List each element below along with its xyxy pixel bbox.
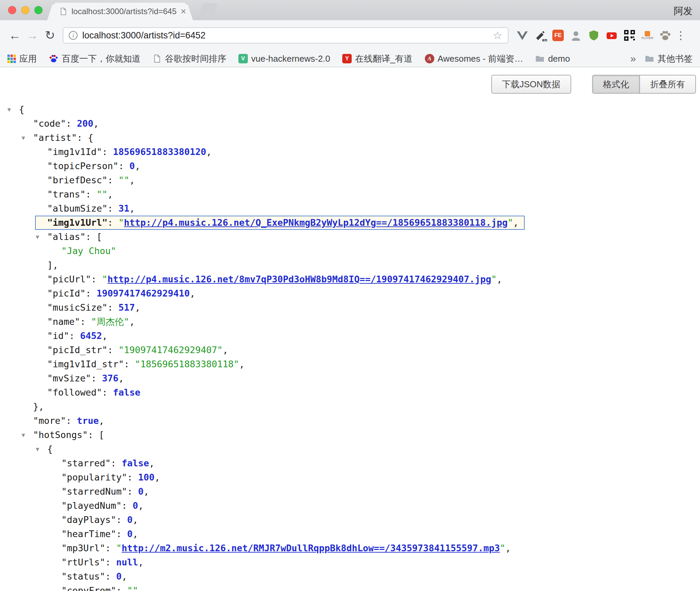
json-number: 0	[127, 515, 133, 525]
vue-devtools-icon[interactable]	[516, 29, 529, 42]
translate-extension-icon[interactable]: en	[534, 29, 547, 42]
json-string-value: ""	[96, 189, 108, 199]
json-number: 100	[138, 472, 155, 483]
back-button[interactable]: ←	[6, 28, 24, 42]
json-number: 200	[77, 118, 93, 129]
browser-tab[interactable]: localhost:3000/artists?id=645 ×	[47, 3, 193, 20]
format-button[interactable]: 格式化	[592, 75, 640, 94]
bookmark-youdao-translate[interactable]: Y 在线翻译_有道	[342, 53, 412, 65]
json-line: "Jay Chou"	[0, 244, 700, 258]
json-line: "followed": false	[0, 385, 700, 400]
bookmark-label: 在线翻译_有道	[355, 53, 412, 65]
bookmark-awesomes[interactable]: A Awesomes - 前端资…	[425, 53, 523, 65]
json-punct: ,	[108, 189, 113, 199]
json-key: "status"	[61, 571, 105, 582]
url-input[interactable]: localhost:3000/artists?id=6452	[82, 30, 493, 41]
bookmarks-overflow-chevron[interactable]: »	[630, 53, 636, 64]
json-key: "picUrl"	[47, 274, 91, 284]
bookmark-star-icon[interactable]: ☆	[493, 29, 502, 42]
json-url-link[interactable]: http://p4.music.126.net/8mv7qP30Pd3oHW8b…	[108, 274, 491, 284]
json-punct: ,	[513, 217, 519, 228]
json-line: "briefDesc": "",	[0, 173, 700, 187]
youdao-icon: Y	[342, 54, 352, 63]
baidu-paw-icon	[49, 54, 58, 63]
player-extension-icon[interactable]: PLAYER	[641, 29, 654, 42]
bookmark-label: Awesomes - 前端资…	[438, 53, 523, 65]
collapse-arrow-icon[interactable]: ▼	[36, 230, 39, 244]
bookmark-label: vue-hackernews-2.0	[251, 54, 330, 64]
json-punct: ,	[135, 302, 140, 313]
page-info-icon[interactable]: i	[69, 31, 78, 40]
zoom-window-button[interactable]	[34, 6, 42, 14]
collapse-arrow-icon[interactable]: ▼	[7, 102, 11, 117]
json-key: "img1v1Url"	[47, 217, 108, 228]
json-key: "picId"	[47, 288, 86, 299]
translate-en-label: en	[542, 37, 547, 42]
address-toolbar: ← → ↻ i localhost:3000/artists?id=6452 ☆…	[0, 20, 700, 51]
json-number: 18569651883380120	[113, 147, 206, 157]
close-window-button[interactable]	[8, 6, 16, 14]
tab-title: localhost:3000/artists?id=645	[71, 7, 177, 16]
forward-button[interactable]: →	[24, 28, 41, 42]
json-line: "img1v1Id_str": "18569651883380118",	[0, 357, 700, 371]
json-boolean: false	[113, 387, 140, 398]
json-punct: :	[102, 387, 113, 398]
json-line: "dayPlays": 0,	[0, 513, 700, 527]
qr-code-extension-icon[interactable]	[623, 29, 636, 42]
bookmark-apps[interactable]: 应用	[7, 53, 37, 65]
json-punct: ,	[122, 571, 127, 582]
json-line: "rtUrls": null,	[0, 555, 700, 569]
json-number: 517	[118, 302, 135, 313]
bookmark-baidu[interactable]: 百度一下，你就知道	[49, 53, 141, 65]
bookmark-google-sort[interactable]: 谷歌按时间排序	[153, 53, 226, 65]
tab-close-icon[interactable]: ×	[181, 6, 186, 17]
shield-extension-icon[interactable]	[587, 29, 600, 42]
json-punct: :	[108, 175, 119, 185]
json-punct: :	[118, 161, 129, 171]
reload-button[interactable]: ↻	[41, 28, 59, 42]
paw-extension-icon[interactable]	[659, 29, 672, 42]
browser-window: localhost:3000/artists?id=645 × 阿发 ← → ↻…	[0, 0, 700, 591]
profile-name: 阿发	[674, 5, 693, 18]
json-url-link[interactable]: http://p4.music.126.net/Q_ExePNkmgB2yWyL…	[124, 217, 508, 228]
bookmark-vue-hackernews[interactable]: V vue-hackernews-2.0	[238, 54, 330, 64]
json-line: ▼{	[0, 102, 700, 117]
json-punct: ,	[129, 316, 135, 327]
collapse-arrow-icon[interactable]: ▼	[22, 131, 25, 145]
json-key: "briefDesc"	[47, 175, 108, 185]
json-punct: ,	[144, 486, 149, 497]
json-punct: ,	[190, 288, 195, 299]
json-punct: :	[91, 274, 102, 284]
json-line: "name": "周杰伦",	[0, 315, 700, 329]
url-bar[interactable]: i localhost:3000/artists?id=6452 ☆	[63, 27, 508, 43]
tab-strip: localhost:3000/artists?id=645 × 阿发	[0, 0, 700, 20]
json-key: "hotSongs"	[33, 430, 88, 440]
json-line: "id": 6452,	[0, 329, 700, 343]
other-bookmarks-folder[interactable]: 其他书签	[645, 53, 693, 65]
json-line: "starredNum": 0,	[0, 485, 700, 499]
new-tab-button[interactable]	[198, 3, 218, 18]
youtube-extension-icon[interactable]	[605, 29, 618, 42]
collapse-arrow-icon[interactable]: ▼	[36, 442, 39, 456]
json-viewer-toolbar: 下载JSON数据 格式化 折叠所有	[491, 75, 696, 94]
user-extension-icon[interactable]	[570, 29, 582, 42]
fe-helper-icon[interactable]: FE	[552, 29, 564, 42]
browser-menu-icon[interactable]: ⋮	[675, 29, 687, 42]
json-key: "starred"	[61, 458, 111, 468]
json-url-link[interactable]: http://m2.music.126.net/RMJR7wDullRqppBk…	[122, 543, 500, 553]
folder-icon	[535, 54, 545, 63]
folder-icon	[645, 54, 654, 63]
json-punct: ,	[138, 500, 144, 511]
json-line: "code": 200,	[0, 117, 700, 131]
download-json-button[interactable]: 下载JSON数据	[491, 75, 571, 94]
bookmark-label: 谷歌按时间排序	[165, 53, 226, 65]
collapse-all-button[interactable]: 折叠所有	[640, 75, 696, 94]
json-punct: },	[33, 401, 44, 412]
minimize-window-button[interactable]	[21, 6, 29, 14]
json-line: },	[0, 400, 700, 414]
collapse-arrow-icon[interactable]: ▼	[22, 428, 25, 442]
json-number: 0	[138, 486, 144, 497]
bookmark-demo-folder[interactable]: demo	[535, 54, 570, 64]
json-punct: :	[69, 331, 80, 341]
json-line: ▼"artist": {	[0, 131, 700, 145]
